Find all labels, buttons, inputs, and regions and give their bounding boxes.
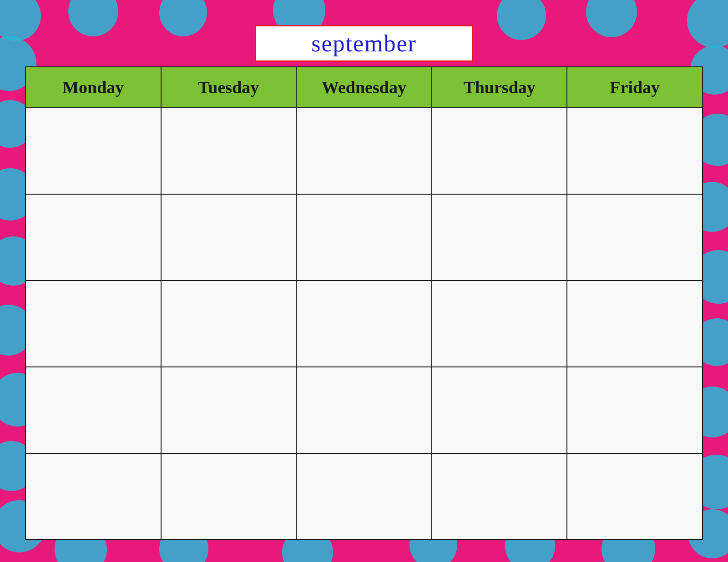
cell-row4-col3[interactable] bbox=[296, 367, 432, 453]
cell-row5-col1[interactable] bbox=[25, 453, 161, 540]
cell-row5-col4[interactable] bbox=[432, 453, 567, 540]
header-monday: Monday bbox=[25, 67, 161, 108]
cell-row2-col1[interactable] bbox=[25, 194, 161, 281]
cell-row5-col3[interactable] bbox=[296, 453, 432, 540]
content-wrapper: september Monday Tuesday Wednesday Thurs… bbox=[25, 25, 703, 537]
calendar-row-3 bbox=[25, 281, 703, 367]
calendar-row-1 bbox=[25, 108, 703, 194]
month-title-box: september bbox=[255, 25, 473, 62]
cell-row1-col3[interactable] bbox=[296, 108, 432, 194]
cell-row2-col4[interactable] bbox=[432, 194, 567, 281]
cell-row1-col1[interactable] bbox=[25, 108, 161, 194]
cell-row3-col3[interactable] bbox=[296, 281, 432, 367]
cell-row3-col2[interactable] bbox=[161, 281, 297, 367]
cell-row2-col3[interactable] bbox=[296, 194, 432, 281]
cell-row1-col5[interactable] bbox=[567, 108, 703, 194]
calendar-header-row: Monday Tuesday Wednesday Thursday Friday bbox=[25, 67, 703, 108]
calendar-row-5 bbox=[25, 453, 703, 540]
cell-row4-col4[interactable] bbox=[432, 367, 567, 453]
cell-row4-col1[interactable] bbox=[25, 367, 161, 453]
cell-row1-col2[interactable] bbox=[161, 108, 297, 194]
header-friday: Friday bbox=[567, 67, 703, 108]
header-tuesday: Tuesday bbox=[161, 67, 297, 108]
cell-row3-col5[interactable] bbox=[567, 281, 703, 367]
header-thursday: Thursday bbox=[432, 67, 567, 108]
cell-row5-col5[interactable] bbox=[567, 453, 703, 540]
cell-row4-col2[interactable] bbox=[161, 367, 297, 453]
calendar-grid: Monday Tuesday Wednesday Thursday Friday bbox=[25, 66, 703, 540]
month-title: september bbox=[311, 30, 417, 56]
cell-row4-col5[interactable] bbox=[567, 367, 703, 453]
cell-row2-col2[interactable] bbox=[161, 194, 297, 281]
cell-row3-col1[interactable] bbox=[25, 281, 161, 367]
calendar-row-4 bbox=[25, 367, 703, 453]
cell-row5-col2[interactable] bbox=[161, 453, 297, 540]
calendar-row-2 bbox=[25, 194, 703, 281]
cell-row3-col4[interactable] bbox=[432, 281, 567, 367]
header-wednesday: Wednesday bbox=[296, 67, 432, 108]
cell-row1-col4[interactable] bbox=[432, 108, 567, 194]
cell-row2-col5[interactable] bbox=[567, 194, 703, 281]
